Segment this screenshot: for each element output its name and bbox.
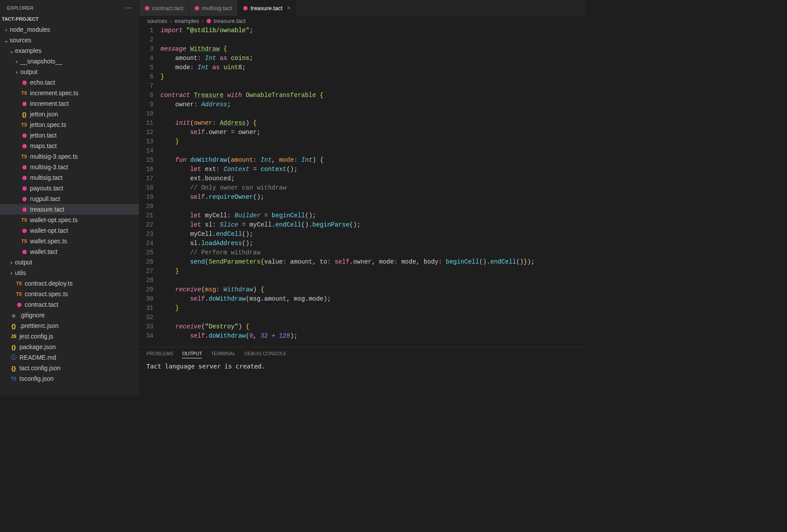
code-line[interactable]: owner: Address;	[160, 100, 585, 109]
editor-tab[interactable]: ⬣contract.tact	[139, 0, 189, 16]
code-line[interactable]: let sl: Slice = myCell.endCell().beginPa…	[160, 220, 585, 230]
code-line[interactable]	[160, 82, 585, 91]
file-item[interactable]: TSincrement.spec.ts	[0, 88, 139, 98]
file-item[interactable]: TSmultisig-3.spec.ts	[0, 151, 139, 162]
folder-item[interactable]: ›output	[0, 67, 139, 77]
code-line[interactable]: contract Treasure with OwnableTransferab…	[160, 91, 585, 100]
code-line[interactable]: }	[160, 137, 585, 146]
code-line[interactable]: init(owner: Address) {	[160, 119, 585, 128]
editor-tab[interactable]: ⬣treasure.tact×	[238, 0, 296, 16]
code-line[interactable]	[160, 202, 585, 211]
file-item[interactable]: TSjetton.spec.ts	[0, 119, 139, 130]
file-item[interactable]: TStsconfig.json	[0, 373, 139, 384]
code-line[interactable]: }	[160, 304, 585, 313]
breadcrumb-seg[interactable]: examples	[175, 18, 199, 24]
more-icon[interactable]: ⋯	[125, 4, 132, 12]
code-line[interactable]: self.requireOwner();	[160, 193, 585, 202]
file-item[interactable]: TScontract.deploy.ts	[0, 278, 139, 289]
file-item[interactable]: ⬣echo.tact	[0, 77, 139, 88]
editor-tab[interactable]: ⬣multisig.tact	[189, 0, 238, 16]
file-item[interactable]: ⬣increment.tact	[0, 98, 139, 109]
code-line[interactable]: self.doWithdraw(0, 32 + 128);	[160, 331, 585, 341]
code-line[interactable]: myCell.endCell();	[160, 230, 585, 239]
code-line[interactable]	[160, 146, 585, 156]
file-item[interactable]: TSwallet-opt.spec.ts	[0, 215, 139, 225]
folder-item[interactable]: ›utils	[0, 268, 139, 278]
file-item[interactable]: ⬣jetton.tact	[0, 130, 139, 141]
file-item[interactable]: ⬣wallet-opt.tact	[0, 225, 139, 236]
file-item[interactable]: {}jetton.json	[0, 109, 139, 119]
file-item[interactable]: ⬣multisig.tact	[0, 172, 139, 183]
close-icon[interactable]: ×	[287, 4, 291, 11]
code-line[interactable]: let ext: Context = context();	[160, 165, 585, 174]
chevron-right-icon: ›	[170, 18, 172, 24]
folder-item[interactable]: ⌄sources	[0, 35, 139, 45]
file-item[interactable]: ⬣rugpull.tact	[0, 193, 139, 204]
code-line[interactable]	[160, 313, 585, 322]
code-line[interactable]: mode: Int as uint8;	[160, 63, 585, 72]
code-line[interactable]: // Perform withdraw	[160, 248, 585, 257]
ts-icon: TS	[15, 292, 23, 297]
folder-item[interactable]: ›output	[0, 257, 139, 268]
code-line[interactable]: // Only owner can withdraw	[160, 183, 585, 193]
line-number: 12	[139, 128, 153, 137]
code-line[interactable]	[160, 109, 585, 119]
tact-icon: ⬣	[20, 185, 28, 192]
code-line[interactable]: self.doWithdraw(msg.amount, msg.mode);	[160, 294, 585, 304]
tree-label: jetton.tact	[30, 132, 57, 139]
breadcrumb[interactable]: sources › examples › ⬣ treasure.tact	[139, 16, 585, 26]
code-line[interactable]: let myCell: Builder = beginCell();	[160, 211, 585, 220]
code-line[interactable]: fun doWithdraw(amount: Int, mode: Int) {	[160, 156, 585, 165]
folder-item[interactable]: ⌄examples	[0, 45, 139, 56]
breadcrumb-seg[interactable]: treasure.tact	[214, 18, 246, 24]
tact-icon: ⬣	[20, 164, 28, 171]
file-item[interactable]: ⬣wallet.tact	[0, 246, 139, 257]
line-number: 8	[139, 91, 153, 100]
file-item[interactable]: TSwallet.spec.ts	[0, 236, 139, 246]
file-item[interactable]: ⬣treasure.tact	[0, 204, 139, 215]
code-line[interactable]: receive(msg: Withdraw) {	[160, 285, 585, 294]
panel-tab-terminal[interactable]: TERMINAL	[211, 351, 235, 358]
file-item[interactable]: ⬣payouts.tact	[0, 183, 139, 193]
tree-label: __snapshots__	[20, 58, 62, 65]
code-line[interactable]: }	[160, 267, 585, 276]
sidebar-title: EXPLORER	[7, 5, 34, 11]
file-item[interactable]: ⬣maps.tact	[0, 141, 139, 151]
code-line[interactable]: message Withdraw {	[160, 45, 585, 54]
code-line[interactable]: self.owner = owner;	[160, 128, 585, 137]
code-line[interactable]: ext.bounced;	[160, 174, 585, 183]
code-line[interactable]: import "@stdlib/ownable";	[160, 26, 585, 35]
code-line[interactable]	[160, 276, 585, 285]
file-item[interactable]: ◈.gitignore	[0, 310, 139, 320]
panel-tab-problems[interactable]: PROBLEMS	[146, 351, 173, 358]
tree-label: jetton.spec.ts	[30, 121, 67, 128]
folder-item[interactable]: ›__snapshots__	[0, 56, 139, 67]
file-item[interactable]: JSjest.config.js	[0, 331, 139, 342]
file-item[interactable]: {}.prettierrc.json	[0, 320, 139, 331]
file-item[interactable]: ⬣contract.tact	[0, 299, 139, 310]
json-icon: {}	[10, 365, 18, 372]
panel-tab-debug-console[interactable]: DEBUG CONSOLE	[244, 351, 287, 358]
file-item[interactable]: ⓘREADME.md	[0, 352, 139, 363]
file-item[interactable]: TScontract.spec.ts	[0, 289, 139, 299]
code-line[interactable]	[160, 35, 585, 45]
line-number: 30	[139, 294, 153, 304]
file-item[interactable]: ⬣multisig-3.tact	[0, 162, 139, 172]
code-line[interactable]: send(SendParameters{value: amount, to: s…	[160, 257, 585, 267]
code-line[interactable]: }	[160, 72, 585, 82]
folder-item[interactable]: ›node_modules	[0, 24, 139, 35]
panel-tab-output[interactable]: OUTPUT	[182, 351, 202, 358]
project-name[interactable]: TACT-PROJECT	[0, 15, 139, 24]
code-editor[interactable]: 1234567891011121314151617181920212223242…	[139, 26, 585, 347]
line-number: 3	[139, 45, 153, 54]
file-item[interactable]: {}tact.config.json	[0, 363, 139, 373]
tree-label: utils	[15, 269, 26, 276]
code-line[interactable]: amount: Int as coins;	[160, 54, 585, 63]
file-item[interactable]: {}package.json	[0, 342, 139, 352]
breadcrumb-seg[interactable]: sources	[147, 18, 168, 24]
tact-icon: ⬣	[20, 100, 28, 107]
code-line[interactable]: receive("Destroy") {	[160, 322, 585, 331]
code-content[interactable]: import "@stdlib/ownable"; message Withdr…	[160, 26, 585, 347]
line-number: 26	[139, 257, 153, 267]
code-line[interactable]: sl.loadAddress();	[160, 239, 585, 248]
